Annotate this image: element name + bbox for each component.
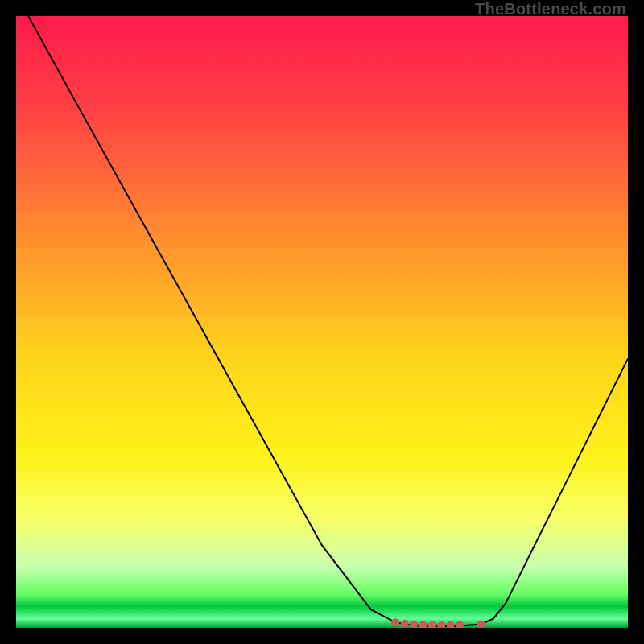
optimal-marker (477, 620, 485, 628)
watermark-text: TheBottleneck.com (475, 0, 626, 19)
bottleneck-chart (16, 16, 628, 628)
optimal-marker (391, 618, 399, 626)
gradient-background (16, 16, 628, 628)
optimal-marker (401, 620, 409, 628)
chart-frame (16, 16, 628, 628)
